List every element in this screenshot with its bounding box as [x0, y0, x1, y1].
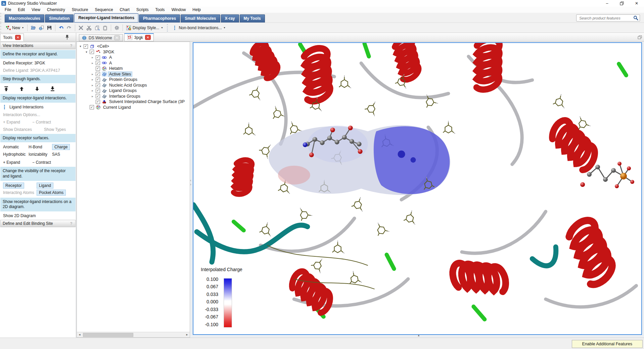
minimize-button[interactable]: – — [600, 0, 614, 7]
checkbox[interactable]: ✓ — [96, 55, 100, 60]
tree-label[interactable]: Nucleic Acid Groups — [108, 83, 148, 88]
tree-label[interactable]: 3PGK — [102, 50, 115, 54]
tree-label[interactable]: Ligand Groups — [108, 88, 138, 93]
tools-panel-tab[interactable]: Tools ✕ — [0, 34, 24, 41]
tree-label[interactable]: A — [108, 61, 113, 65]
tree-label[interactable]: Active Sites — [108, 72, 132, 77]
previous-ligand-icon[interactable] — [19, 86, 25, 92]
checkbox[interactable]: ✓ — [96, 66, 100, 71]
pocket-atoms-button[interactable]: Pocket Atoms — [37, 190, 66, 196]
last-ligand-icon[interactable] — [50, 86, 55, 92]
show-distances-action[interactable]: Show Distances — [3, 127, 32, 132]
cut-button[interactable] — [85, 24, 93, 32]
scroll-right-icon[interactable]: ► — [184, 333, 190, 336]
open-url-button[interactable] — [37, 24, 45, 32]
tree-row[interactable]: ✓ Current Ligand — [84, 105, 190, 110]
ribbon-tab-receptor-ligand-interactions[interactable]: Receptor-Ligand Interactions — [74, 13, 138, 22]
menu-item-chemistry[interactable]: Chemistry — [44, 7, 68, 12]
float-window-icon[interactable] — [637, 35, 642, 40]
ionizability-button[interactable]: Ionizability — [29, 152, 52, 157]
pin-icon[interactable] — [64, 35, 70, 40]
menu-item-chart[interactable]: Chart — [117, 7, 133, 12]
tree-row[interactable]: ▾ ✓ <Cell> — [78, 44, 190, 49]
ribbon-tab-small-molecules[interactable]: Small Molecules — [181, 14, 220, 22]
tree-row[interactable]: ✓ Solvent Interpolated Charge Surface (3… — [90, 99, 190, 105]
tree-row[interactable]: ✓ Hetatm — [90, 66, 190, 71]
new-button[interactable]: New ▾ — [4, 24, 26, 32]
ribbon-tab-pharmacophores[interactable]: Pharmacophores — [139, 14, 180, 22]
checkbox[interactable]: ✓ — [96, 89, 100, 93]
menu-item-view[interactable]: View — [28, 7, 44, 12]
hydrophobic-button[interactable]: Hydrophobic — [3, 152, 29, 157]
tree-row[interactable]: ▸ ✓ Protein Groups — [90, 77, 190, 83]
ds-welcome-close-icon[interactable]: ✕ — [114, 35, 120, 40]
tree-label[interactable]: Solvent Interpolated Charge Surface (3P — [108, 99, 186, 104]
expand-icon[interactable]: ▸ — [90, 95, 95, 98]
expand-icon[interactable]: ▸ — [90, 84, 95, 87]
contract-action[interactable]: − Contract — [32, 120, 51, 124]
molecular-viewport[interactable]: Interpolated Charge 0.100 0.067 0.033 0.… — [193, 42, 642, 335]
tree-row[interactable]: ▸ ✓ A — [90, 60, 190, 66]
contract-action[interactable]: − Contract — [32, 160, 51, 165]
ribbon-tab-my-tools[interactable]: My Tools — [240, 14, 265, 22]
expand-icon[interactable]: ▸ — [90, 56, 95, 59]
undo-button[interactable] — [57, 24, 65, 32]
splitter-collapse-left-icon[interactable]: ‹ — [190, 179, 193, 182]
tree-row[interactable]: ▸ ✓ Interface Groups — [90, 94, 190, 99]
aromatic-button[interactable]: Aromatic — [3, 145, 29, 149]
menu-item-structure[interactable]: Structure — [68, 7, 92, 12]
charge-button[interactable]: Charge — [52, 144, 70, 150]
paste-button[interactable] — [101, 24, 109, 32]
checkbox[interactable]: ✓ — [96, 83, 100, 87]
tree-label[interactable]: Hetatm — [108, 66, 124, 71]
tree-label[interactable]: Interface Groups — [108, 94, 141, 99]
display-style-button[interactable]: Display Style... ▾ — [125, 24, 165, 32]
checkbox[interactable]: ✓ — [84, 44, 88, 49]
expand-action[interactable]: + Expand — [3, 160, 20, 165]
settings-button[interactable] — [113, 24, 121, 32]
menu-item-edit[interactable]: Edit — [14, 7, 28, 12]
search-input[interactable] — [579, 16, 633, 20]
expand-icon[interactable]: ▸ — [90, 72, 95, 76]
tree-label[interactable]: <Cell> — [96, 44, 110, 49]
show-2d-diagram-action[interactable]: Show 2D Diagram — [0, 212, 76, 219]
show-types-action[interactable]: Show Types — [44, 127, 66, 132]
molecular-viewport-scene[interactable] — [193, 43, 641, 334]
nonbond-interactions-button[interactable]: Non-bond Interactions... ▾ — [171, 24, 227, 32]
copy-button[interactable] — [93, 24, 101, 32]
nonbond-dropdown-icon[interactable]: ▾ — [223, 26, 226, 29]
ribbon-tab-simulation[interactable]: Simulation — [45, 14, 74, 22]
ribbon-tab-x-ray[interactable]: X-ray — [221, 14, 239, 22]
expand-icon[interactable]: ▸ — [90, 78, 95, 81]
doc-tab-3pgk[interactable]: 3pgk ✕ — [124, 33, 154, 41]
3pgk-close-icon[interactable]: ✕ — [145, 35, 151, 40]
help-icon[interactable]: ? — [69, 221, 73, 226]
tree-label[interactable]: Protein Groups — [108, 77, 138, 82]
help-icon[interactable]: ? — [69, 44, 73, 48]
tree-row[interactable]: ▸ ✓ A — [90, 55, 190, 60]
tree-row[interactable]: ▸ ✓ Nucleic Acid Groups — [90, 83, 190, 88]
menu-item-tools[interactable]: Tools — [152, 7, 168, 12]
checkbox[interactable]: ✓ — [96, 100, 100, 104]
panel-splitter[interactable]: ‹ › — [190, 179, 193, 186]
enable-additional-features-button[interactable]: Enable Additional Features — [572, 340, 643, 348]
save-button[interactable] — [45, 24, 53, 32]
display-style-dropdown-icon[interactable]: ▾ — [160, 26, 163, 29]
new-dropdown-icon[interactable]: ▾ — [21, 26, 24, 29]
menu-item-sequence[interactable]: Sequence — [92, 7, 117, 12]
tree-label[interactable]: A — [108, 55, 113, 60]
checkbox[interactable]: ✓ — [96, 94, 100, 98]
collapse-icon[interactable]: ▾ — [84, 50, 89, 54]
first-ligand-icon[interactable] — [3, 86, 9, 92]
ligand-interactions-action[interactable]: Ligand Interactions — [0, 103, 76, 111]
restore-button[interactable] — [614, 0, 629, 7]
scroll-left-icon[interactable]: ◄ — [77, 333, 82, 336]
interaction-options-action[interactable]: Interaction Options... — [0, 111, 76, 118]
ligand-button[interactable]: Ligand — [37, 183, 53, 189]
doc-tab-ds-welcome[interactable]: DS Welcome ✕ — [79, 34, 123, 41]
tree-row[interactable]: ▾ ✓ 3PGK — [84, 49, 190, 55]
collapse-icon[interactable]: ▾ — [78, 45, 83, 48]
define-ligand-action[interactable]: Define Ligand: 3PGK:A:ATP417 — [0, 67, 76, 74]
collapse-handle-icon[interactable]: ▲ — [417, 334, 420, 337]
redo-button[interactable] — [65, 24, 73, 32]
